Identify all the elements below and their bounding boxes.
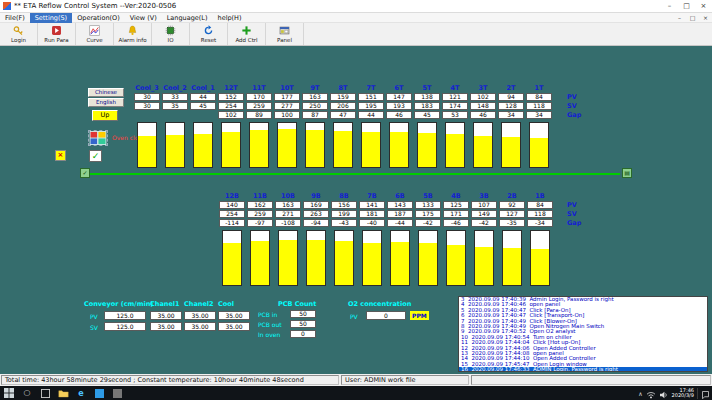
chinese-language-button[interactable]: Chinese bbox=[88, 88, 124, 97]
zone-column-10b: 10B163271-108 bbox=[274, 192, 302, 286]
toolbar-button-io[interactable]: IO bbox=[152, 23, 190, 45]
zone-pv-display: 107 bbox=[471, 201, 497, 209]
zone-temperature-bar bbox=[250, 230, 270, 286]
zone-column-2b: 2B92127-35 bbox=[498, 192, 526, 286]
menu-item-filef[interactable]: File(F) bbox=[0, 13, 30, 23]
start-button-icon[interactable] bbox=[0, 386, 18, 400]
zone-column-4t: 4T12117453 bbox=[441, 84, 469, 168]
log-entry[interactable]: 16 2020.09.09 17:46:33 ADMIN Login, Pass… bbox=[459, 367, 707, 372]
zone-pv-display: 177 bbox=[274, 93, 300, 101]
panel-icon bbox=[279, 25, 290, 36]
zone-gap-display: 100 bbox=[274, 111, 300, 119]
zone-bar-fill bbox=[418, 133, 436, 167]
zone-bar-fill bbox=[222, 132, 240, 167]
zone-sv-display: 183 bbox=[414, 102, 440, 110]
close-icon[interactable]: × bbox=[695, 0, 712, 13]
zone-sv-display: 187 bbox=[387, 210, 413, 218]
toolbar-button-add-ctrl[interactable]: Add Ctrl bbox=[228, 23, 266, 45]
app-shortcut2-icon[interactable] bbox=[108, 386, 126, 400]
toolbar-button-login[interactable]: Login bbox=[0, 23, 38, 45]
zone-bar-fill bbox=[502, 137, 520, 167]
zone-pv-display: 163 bbox=[302, 93, 328, 101]
zone-gap-display: -40 bbox=[359, 219, 385, 227]
pcb-row: PCB out50 bbox=[258, 320, 316, 328]
minimize-icon[interactable]: – bbox=[661, 0, 678, 13]
english-language-button[interactable]: English bbox=[88, 98, 124, 107]
conveyor-left-end-icon[interactable]: ✓ bbox=[80, 168, 90, 178]
toolbar-button-label: Alarm info bbox=[118, 37, 146, 43]
toolbar-button-alarm-info[interactable]: Alarm info bbox=[114, 23, 152, 45]
zone-sv-display: 254 bbox=[218, 102, 244, 110]
network-icon[interactable] bbox=[646, 384, 656, 400]
zone-gap-display: 89 bbox=[246, 111, 272, 119]
zone-bar-fill bbox=[250, 130, 268, 167]
pcb-row: PCB in50 bbox=[258, 310, 316, 318]
up-button[interactable]: Up bbox=[92, 110, 118, 121]
zone-temperature-bar bbox=[502, 230, 522, 286]
zone-sv-display: 118 bbox=[526, 102, 552, 110]
child-restore-icon[interactable]: □ bbox=[686, 13, 699, 23]
zone-temperature-bar bbox=[530, 230, 550, 286]
zone-pv-display: 140 bbox=[219, 201, 245, 209]
zone-temperature-bar bbox=[417, 122, 437, 168]
search-icon[interactable]: ○ bbox=[18, 386, 36, 400]
menu-bar: File(F)Setting(S)Operation(O)View (V)Lan… bbox=[0, 13, 712, 23]
notification-center-icon[interactable] bbox=[701, 384, 710, 400]
zone-name-label: 7B bbox=[367, 192, 376, 200]
toolbar-button-curve[interactable]: Curve bbox=[76, 23, 114, 45]
zone-bar-fill bbox=[390, 132, 408, 167]
zone-pv-display: 125 bbox=[443, 201, 469, 209]
conveyor-line bbox=[86, 173, 620, 175]
channel-value: 35.00 bbox=[150, 322, 182, 331]
zone-bar-fill bbox=[223, 243, 241, 285]
menu-item-viewv[interactable]: View (V) bbox=[125, 13, 162, 23]
close-x-button[interactable]: × bbox=[55, 150, 66, 161]
toolbar-button-label: Reset bbox=[201, 37, 216, 43]
toolbar-button-reset[interactable]: Reset bbox=[190, 23, 228, 45]
conveyor-right-end-icon[interactable]: ▤ bbox=[622, 168, 632, 178]
event-log-panel[interactable]: 3 2020.09.09 17:40:39 Admin Login, Passw… bbox=[458, 296, 708, 372]
clock[interactable]: 17:46 2020/3/9 bbox=[672, 388, 694, 399]
menu-item-settings[interactable]: Setting(S) bbox=[30, 13, 72, 23]
toolbar-button-panel[interactable]: Panel bbox=[266, 23, 304, 45]
child-minimize-icon[interactable]: – bbox=[673, 13, 686, 23]
status-bar: Total time: 43hour 58minute 29second ; C… bbox=[0, 374, 712, 386]
toolbar-button-label: Login bbox=[11, 37, 26, 43]
volume-icon[interactable] bbox=[659, 384, 669, 400]
window-title: ** ETA Reflow Control System --Ver:2020-… bbox=[14, 2, 176, 10]
o2-pv-label: PV bbox=[350, 313, 358, 320]
zone-column-1b: 1B84118-34 bbox=[526, 192, 554, 286]
app-shortcut-icon[interactable] bbox=[90, 386, 108, 400]
zone-temperature-bar bbox=[474, 230, 494, 286]
alarm-icon bbox=[127, 25, 138, 36]
browser-icon[interactable]: e bbox=[72, 386, 90, 400]
zone-sv-display: 263 bbox=[303, 210, 329, 218]
zone-column-12b: 12B140254-114 bbox=[218, 192, 246, 286]
zone-sv-display: 30 bbox=[134, 102, 160, 110]
zone-gap-display: 45 bbox=[414, 111, 440, 119]
task-view-icon[interactable] bbox=[36, 386, 54, 400]
channel-header: Chanel2 bbox=[184, 300, 218, 308]
toolbar-button-run-para[interactable]: Run Para bbox=[38, 23, 76, 45]
zone-column-11t: 11T17025989 bbox=[245, 84, 273, 168]
file-explorer-icon[interactable] bbox=[54, 386, 72, 400]
pcb-label: In oven bbox=[258, 331, 290, 338]
zone-gap-display: -35 bbox=[499, 219, 525, 227]
pcb-value: 50 bbox=[290, 310, 316, 318]
zone-gap-display: -43 bbox=[331, 219, 357, 227]
zone-temperature-bar bbox=[277, 122, 297, 168]
menu-item-helph[interactable]: help(H) bbox=[213, 13, 247, 23]
zone-sv-display: 175 bbox=[415, 210, 441, 218]
menu-item-languagel[interactable]: Language(L) bbox=[162, 13, 213, 23]
oven-close-checkbox[interactable]: ✓ bbox=[89, 150, 102, 162]
zone-temperature-bar bbox=[418, 230, 438, 286]
window-controls: – □ × bbox=[661, 0, 712, 13]
child-close-icon[interactable]: × bbox=[699, 13, 712, 23]
menu-item-operationo[interactable]: Operation(O) bbox=[72, 13, 125, 23]
main-area: Chinese English Up Oven close ✓ × Cool_3… bbox=[0, 46, 712, 374]
zone-pv-display: 141 bbox=[359, 201, 385, 209]
hidden-icons-chevron-icon[interactable]: ∧ bbox=[638, 390, 642, 397]
maximize-icon[interactable]: □ bbox=[678, 0, 695, 13]
zone-temperature-bar bbox=[362, 230, 382, 286]
oven-graphic-icon[interactable] bbox=[88, 130, 108, 146]
